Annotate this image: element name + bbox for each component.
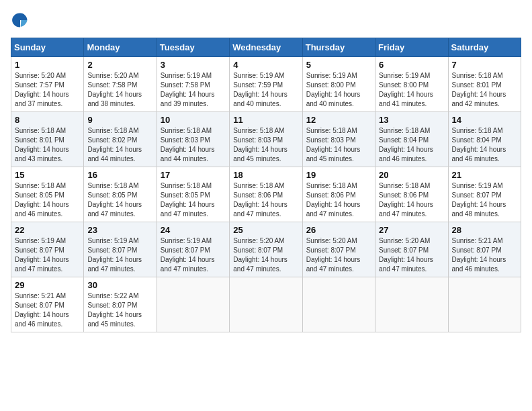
calendar-cell: 13 Sunrise: 5:18 AMSunset: 8:04 PMDaylig…: [375, 112, 448, 167]
day-number: 4: [233, 60, 298, 70]
calendar-cell: 9 Sunrise: 5:18 AMSunset: 8:02 PMDayligh…: [84, 112, 157, 167]
day-info: Sunrise: 5:18 AMSunset: 8:03 PMDaylight:…: [306, 126, 371, 164]
day-number: 15: [15, 170, 80, 180]
day-number: 9: [87, 115, 152, 125]
weekday-header-tuesday: Tuesday: [157, 38, 229, 57]
calendar-cell: 8 Sunrise: 5:18 AMSunset: 8:01 PMDayligh…: [11, 112, 84, 167]
day-number: 3: [161, 60, 226, 70]
day-number: 10: [161, 115, 226, 125]
calendar-cell: 24 Sunrise: 5:19 AMSunset: 8:07 PMDaylig…: [157, 222, 229, 277]
weekday-header-saturday: Saturday: [448, 38, 521, 57]
day-info: Sunrise: 5:18 AMSunset: 8:06 PMDaylight:…: [233, 181, 298, 219]
calendar-cell: 25 Sunrise: 5:20 AMSunset: 8:07 PMDaylig…: [230, 222, 302, 277]
day-number: 26: [306, 225, 371, 235]
calendar-cell: 22 Sunrise: 5:19 AMSunset: 8:07 PMDaylig…: [11, 222, 84, 277]
calendar-cell: 12 Sunrise: 5:18 AMSunset: 8:03 PMDaylig…: [302, 112, 375, 167]
weekday-header-thursday: Thursday: [302, 38, 375, 57]
day-info: Sunrise: 5:18 AMSunset: 8:03 PMDaylight:…: [233, 126, 298, 164]
calendar-cell: 15 Sunrise: 5:18 AMSunset: 8:05 PMDaylig…: [11, 167, 84, 222]
calendar-cell: 2 Sunrise: 5:20 AMSunset: 7:58 PMDayligh…: [84, 57, 157, 112]
day-number: 30: [87, 280, 152, 290]
logo: [11, 11, 32, 30]
calendar-cell: 14 Sunrise: 5:18 AMSunset: 8:04 PMDaylig…: [448, 112, 521, 167]
calendar-cell: 10 Sunrise: 5:18 AMSunset: 8:03 PMDaylig…: [157, 112, 229, 167]
day-info: Sunrise: 5:20 AMSunset: 7:57 PMDaylight:…: [15, 71, 80, 109]
calendar-cell: 28 Sunrise: 5:21 AMSunset: 8:07 PMDaylig…: [448, 222, 521, 277]
day-number: 27: [379, 225, 444, 235]
day-number: 14: [452, 115, 517, 125]
day-number: 11: [233, 115, 298, 125]
day-info: Sunrise: 5:19 AMSunset: 7:58 PMDaylight:…: [161, 71, 226, 109]
day-info: Sunrise: 5:18 AMSunset: 8:02 PMDaylight:…: [87, 126, 152, 164]
day-info: Sunrise: 5:19 AMSunset: 8:00 PMDaylight:…: [379, 71, 444, 109]
day-info: Sunrise: 5:18 AMSunset: 8:05 PMDaylight:…: [15, 181, 80, 219]
week-row-3: 15 Sunrise: 5:18 AMSunset: 8:05 PMDaylig…: [11, 167, 521, 222]
calendar-cell: 30 Sunrise: 5:22 AMSunset: 8:07 PMDaylig…: [84, 277, 157, 332]
calendar-cell: 5 Sunrise: 5:19 AMSunset: 8:00 PMDayligh…: [302, 57, 375, 112]
calendar-cell: [448, 277, 521, 332]
day-info: Sunrise: 5:21 AMSunset: 8:07 PMDaylight:…: [452, 236, 517, 274]
calendar-cell: 18 Sunrise: 5:18 AMSunset: 8:06 PMDaylig…: [230, 167, 302, 222]
day-info: Sunrise: 5:18 AMSunset: 8:06 PMDaylight:…: [306, 181, 371, 219]
weekday-header-friday: Friday: [375, 38, 448, 57]
week-row-5: 29 Sunrise: 5:21 AMSunset: 8:07 PMDaylig…: [11, 277, 521, 332]
day-number: 1: [15, 60, 80, 70]
day-number: 28: [452, 225, 517, 235]
day-number: 20: [379, 170, 444, 180]
calendar-cell: 16 Sunrise: 5:18 AMSunset: 8:05 PMDaylig…: [84, 167, 157, 222]
day-info: Sunrise: 5:18 AMSunset: 8:05 PMDaylight:…: [87, 181, 152, 219]
day-number: 18: [233, 170, 298, 180]
calendar-cell: 6 Sunrise: 5:19 AMSunset: 8:00 PMDayligh…: [375, 57, 448, 112]
calendar-cell: 11 Sunrise: 5:18 AMSunset: 8:03 PMDaylig…: [230, 112, 302, 167]
calendar-cell: [302, 277, 375, 332]
logo-icon: [11, 11, 30, 30]
day-info: Sunrise: 5:19 AMSunset: 8:07 PMDaylight:…: [452, 181, 517, 219]
day-info: Sunrise: 5:18 AMSunset: 8:06 PMDaylight:…: [379, 181, 444, 219]
day-number: 19: [306, 170, 371, 180]
calendar-cell: 4 Sunrise: 5:19 AMSunset: 7:59 PMDayligh…: [230, 57, 302, 112]
calendar-table: SundayMondayTuesdayWednesdayThursdayFrid…: [11, 38, 521, 332]
week-row-4: 22 Sunrise: 5:19 AMSunset: 8:07 PMDaylig…: [11, 222, 521, 277]
day-info: Sunrise: 5:19 AMSunset: 8:00 PMDaylight:…: [306, 71, 371, 109]
day-info: Sunrise: 5:19 AMSunset: 8:07 PMDaylight:…: [15, 236, 80, 274]
day-number: 6: [379, 60, 444, 70]
calendar-cell: 23 Sunrise: 5:19 AMSunset: 8:07 PMDaylig…: [84, 222, 157, 277]
calendar-cell: [230, 277, 302, 332]
calendar-cell: 20 Sunrise: 5:18 AMSunset: 8:06 PMDaylig…: [375, 167, 448, 222]
calendar-cell: 27 Sunrise: 5:20 AMSunset: 8:07 PMDaylig…: [375, 222, 448, 277]
day-info: Sunrise: 5:20 AMSunset: 8:07 PMDaylight:…: [233, 236, 298, 274]
day-number: 13: [379, 115, 444, 125]
day-info: Sunrise: 5:20 AMSunset: 7:58 PMDaylight:…: [87, 71, 152, 109]
weekday-header-monday: Monday: [84, 38, 157, 57]
calendar-cell: 29 Sunrise: 5:21 AMSunset: 8:07 PMDaylig…: [11, 277, 84, 332]
day-info: Sunrise: 5:18 AMSunset: 8:05 PMDaylight:…: [161, 181, 226, 219]
week-row-1: 1 Sunrise: 5:20 AMSunset: 7:57 PMDayligh…: [11, 57, 521, 112]
calendar-cell: 17 Sunrise: 5:18 AMSunset: 8:05 PMDaylig…: [157, 167, 229, 222]
day-number: 22: [15, 225, 80, 235]
calendar-cell: 7 Sunrise: 5:18 AMSunset: 8:01 PMDayligh…: [448, 57, 521, 112]
day-number: 25: [233, 225, 298, 235]
day-info: Sunrise: 5:18 AMSunset: 8:04 PMDaylight:…: [452, 126, 517, 164]
day-number: 16: [87, 170, 152, 180]
day-info: Sunrise: 5:20 AMSunset: 8:07 PMDaylight:…: [306, 236, 371, 274]
day-number: 23: [87, 225, 152, 235]
day-info: Sunrise: 5:18 AMSunset: 8:03 PMDaylight:…: [161, 126, 226, 164]
calendar-cell: [157, 277, 229, 332]
day-number: 24: [161, 225, 226, 235]
day-number: 7: [452, 60, 517, 70]
day-number: 29: [15, 280, 80, 290]
day-number: 17: [161, 170, 226, 180]
page-header: [11, 11, 521, 30]
day-info: Sunrise: 5:20 AMSunset: 8:07 PMDaylight:…: [379, 236, 444, 274]
calendar-cell: 19 Sunrise: 5:18 AMSunset: 8:06 PMDaylig…: [302, 167, 375, 222]
day-info: Sunrise: 5:18 AMSunset: 8:01 PMDaylight:…: [15, 126, 80, 164]
calendar-cell: 1 Sunrise: 5:20 AMSunset: 7:57 PMDayligh…: [11, 57, 84, 112]
day-info: Sunrise: 5:18 AMSunset: 8:04 PMDaylight:…: [379, 126, 444, 164]
day-number: 12: [306, 115, 371, 125]
day-info: Sunrise: 5:22 AMSunset: 8:07 PMDaylight:…: [87, 291, 152, 329]
calendar-cell: 3 Sunrise: 5:19 AMSunset: 7:58 PMDayligh…: [157, 57, 229, 112]
calendar-cell: 21 Sunrise: 5:19 AMSunset: 8:07 PMDaylig…: [448, 167, 521, 222]
weekday-header-sunday: Sunday: [11, 38, 84, 57]
week-row-2: 8 Sunrise: 5:18 AMSunset: 8:01 PMDayligh…: [11, 112, 521, 167]
day-number: 2: [87, 60, 152, 70]
